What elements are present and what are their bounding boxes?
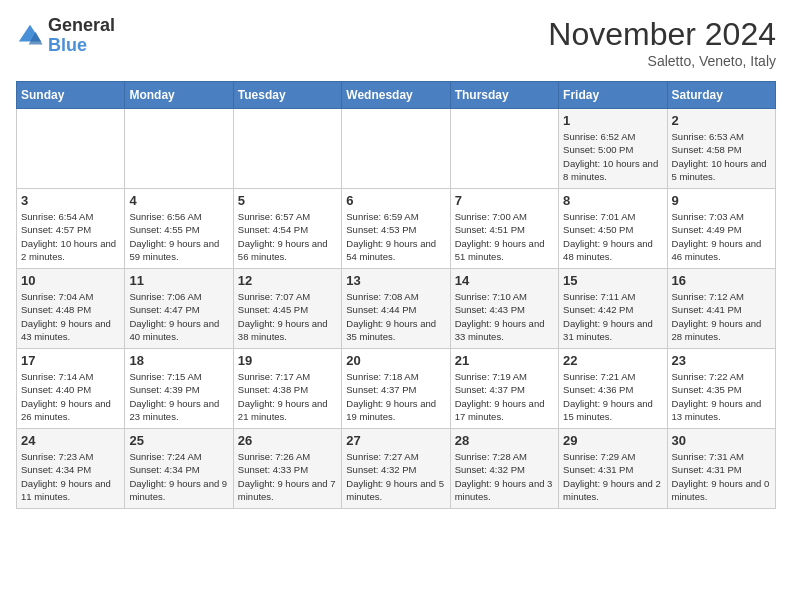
day-info: Sunrise: 7:26 AM Sunset: 4:33 PM Dayligh… xyxy=(238,450,337,503)
calendar-table: SundayMondayTuesdayWednesdayThursdayFrid… xyxy=(16,81,776,509)
day-number: 17 xyxy=(21,353,120,368)
day-cell: 24Sunrise: 7:23 AM Sunset: 4:34 PM Dayli… xyxy=(17,429,125,509)
day-cell: 9Sunrise: 7:03 AM Sunset: 4:49 PM Daylig… xyxy=(667,189,775,269)
day-cell: 16Sunrise: 7:12 AM Sunset: 4:41 PM Dayli… xyxy=(667,269,775,349)
day-number: 19 xyxy=(238,353,337,368)
day-info: Sunrise: 7:29 AM Sunset: 4:31 PM Dayligh… xyxy=(563,450,662,503)
day-number: 26 xyxy=(238,433,337,448)
day-info: Sunrise: 7:18 AM Sunset: 4:37 PM Dayligh… xyxy=(346,370,445,423)
day-number: 15 xyxy=(563,273,662,288)
day-cell: 29Sunrise: 7:29 AM Sunset: 4:31 PM Dayli… xyxy=(559,429,667,509)
day-number: 6 xyxy=(346,193,445,208)
day-cell xyxy=(342,109,450,189)
day-info: Sunrise: 7:12 AM Sunset: 4:41 PM Dayligh… xyxy=(672,290,771,343)
day-info: Sunrise: 7:28 AM Sunset: 4:32 PM Dayligh… xyxy=(455,450,554,503)
logo-blue: Blue xyxy=(48,36,115,56)
day-number: 7 xyxy=(455,193,554,208)
day-cell: 10Sunrise: 7:04 AM Sunset: 4:48 PM Dayli… xyxy=(17,269,125,349)
day-info: Sunrise: 7:19 AM Sunset: 4:37 PM Dayligh… xyxy=(455,370,554,423)
day-cell: 27Sunrise: 7:27 AM Sunset: 4:32 PM Dayli… xyxy=(342,429,450,509)
day-number: 4 xyxy=(129,193,228,208)
day-cell: 17Sunrise: 7:14 AM Sunset: 4:40 PM Dayli… xyxy=(17,349,125,429)
day-number: 30 xyxy=(672,433,771,448)
day-info: Sunrise: 7:17 AM Sunset: 4:38 PM Dayligh… xyxy=(238,370,337,423)
logo-general: General xyxy=(48,16,115,36)
day-cell: 26Sunrise: 7:26 AM Sunset: 4:33 PM Dayli… xyxy=(233,429,341,509)
week-row-2: 3Sunrise: 6:54 AM Sunset: 4:57 PM Daylig… xyxy=(17,189,776,269)
day-cell xyxy=(125,109,233,189)
day-info: Sunrise: 7:04 AM Sunset: 4:48 PM Dayligh… xyxy=(21,290,120,343)
header-row: SundayMondayTuesdayWednesdayThursdayFrid… xyxy=(17,82,776,109)
day-number: 2 xyxy=(672,113,771,128)
month-title: November 2024 xyxy=(548,16,776,53)
day-cell: 13Sunrise: 7:08 AM Sunset: 4:44 PM Dayli… xyxy=(342,269,450,349)
day-number: 11 xyxy=(129,273,228,288)
day-header-tuesday: Tuesday xyxy=(233,82,341,109)
logo: General Blue xyxy=(16,16,115,56)
day-cell: 18Sunrise: 7:15 AM Sunset: 4:39 PM Dayli… xyxy=(125,349,233,429)
day-info: Sunrise: 7:24 AM Sunset: 4:34 PM Dayligh… xyxy=(129,450,228,503)
week-row-1: 1Sunrise: 6:52 AM Sunset: 5:00 PM Daylig… xyxy=(17,109,776,189)
day-number: 13 xyxy=(346,273,445,288)
day-number: 8 xyxy=(563,193,662,208)
week-row-3: 10Sunrise: 7:04 AM Sunset: 4:48 PM Dayli… xyxy=(17,269,776,349)
day-info: Sunrise: 7:31 AM Sunset: 4:31 PM Dayligh… xyxy=(672,450,771,503)
location-subtitle: Saletto, Veneto, Italy xyxy=(548,53,776,69)
day-info: Sunrise: 6:56 AM Sunset: 4:55 PM Dayligh… xyxy=(129,210,228,263)
day-header-friday: Friday xyxy=(559,82,667,109)
day-cell xyxy=(233,109,341,189)
day-number: 21 xyxy=(455,353,554,368)
day-number: 20 xyxy=(346,353,445,368)
day-info: Sunrise: 7:00 AM Sunset: 4:51 PM Dayligh… xyxy=(455,210,554,263)
day-header-saturday: Saturday xyxy=(667,82,775,109)
day-cell: 8Sunrise: 7:01 AM Sunset: 4:50 PM Daylig… xyxy=(559,189,667,269)
day-cell: 6Sunrise: 6:59 AM Sunset: 4:53 PM Daylig… xyxy=(342,189,450,269)
day-number: 3 xyxy=(21,193,120,208)
day-info: Sunrise: 6:52 AM Sunset: 5:00 PM Dayligh… xyxy=(563,130,662,183)
day-cell: 2Sunrise: 6:53 AM Sunset: 4:58 PM Daylig… xyxy=(667,109,775,189)
day-cell: 25Sunrise: 7:24 AM Sunset: 4:34 PM Dayli… xyxy=(125,429,233,509)
day-number: 23 xyxy=(672,353,771,368)
day-info: Sunrise: 6:54 AM Sunset: 4:57 PM Dayligh… xyxy=(21,210,120,263)
day-header-thursday: Thursday xyxy=(450,82,558,109)
day-cell: 7Sunrise: 7:00 AM Sunset: 4:51 PM Daylig… xyxy=(450,189,558,269)
day-cell: 12Sunrise: 7:07 AM Sunset: 4:45 PM Dayli… xyxy=(233,269,341,349)
day-info: Sunrise: 7:01 AM Sunset: 4:50 PM Dayligh… xyxy=(563,210,662,263)
day-cell xyxy=(17,109,125,189)
day-header-monday: Monday xyxy=(125,82,233,109)
day-cell xyxy=(450,109,558,189)
day-number: 24 xyxy=(21,433,120,448)
day-cell: 28Sunrise: 7:28 AM Sunset: 4:32 PM Dayli… xyxy=(450,429,558,509)
day-number: 27 xyxy=(346,433,445,448)
day-cell: 23Sunrise: 7:22 AM Sunset: 4:35 PM Dayli… xyxy=(667,349,775,429)
day-info: Sunrise: 7:21 AM Sunset: 4:36 PM Dayligh… xyxy=(563,370,662,423)
day-number: 18 xyxy=(129,353,228,368)
page-header: General Blue November 2024 Saletto, Vene… xyxy=(16,16,776,69)
day-number: 25 xyxy=(129,433,228,448)
day-number: 29 xyxy=(563,433,662,448)
day-info: Sunrise: 7:14 AM Sunset: 4:40 PM Dayligh… xyxy=(21,370,120,423)
day-cell: 21Sunrise: 7:19 AM Sunset: 4:37 PM Dayli… xyxy=(450,349,558,429)
day-number: 1 xyxy=(563,113,662,128)
day-cell: 15Sunrise: 7:11 AM Sunset: 4:42 PM Dayli… xyxy=(559,269,667,349)
day-info: Sunrise: 7:22 AM Sunset: 4:35 PM Dayligh… xyxy=(672,370,771,423)
day-cell: 3Sunrise: 6:54 AM Sunset: 4:57 PM Daylig… xyxy=(17,189,125,269)
day-cell: 5Sunrise: 6:57 AM Sunset: 4:54 PM Daylig… xyxy=(233,189,341,269)
day-cell: 30Sunrise: 7:31 AM Sunset: 4:31 PM Dayli… xyxy=(667,429,775,509)
day-number: 12 xyxy=(238,273,337,288)
logo-icon xyxy=(16,22,44,50)
title-block: November 2024 Saletto, Veneto, Italy xyxy=(548,16,776,69)
day-info: Sunrise: 6:53 AM Sunset: 4:58 PM Dayligh… xyxy=(672,130,771,183)
day-header-wednesday: Wednesday xyxy=(342,82,450,109)
day-cell: 4Sunrise: 6:56 AM Sunset: 4:55 PM Daylig… xyxy=(125,189,233,269)
day-info: Sunrise: 6:59 AM Sunset: 4:53 PM Dayligh… xyxy=(346,210,445,263)
day-info: Sunrise: 7:08 AM Sunset: 4:44 PM Dayligh… xyxy=(346,290,445,343)
day-info: Sunrise: 7:03 AM Sunset: 4:49 PM Dayligh… xyxy=(672,210,771,263)
week-row-4: 17Sunrise: 7:14 AM Sunset: 4:40 PM Dayli… xyxy=(17,349,776,429)
day-info: Sunrise: 7:06 AM Sunset: 4:47 PM Dayligh… xyxy=(129,290,228,343)
day-number: 5 xyxy=(238,193,337,208)
day-cell: 14Sunrise: 7:10 AM Sunset: 4:43 PM Dayli… xyxy=(450,269,558,349)
day-cell: 22Sunrise: 7:21 AM Sunset: 4:36 PM Dayli… xyxy=(559,349,667,429)
day-cell: 19Sunrise: 7:17 AM Sunset: 4:38 PM Dayli… xyxy=(233,349,341,429)
day-info: Sunrise: 7:27 AM Sunset: 4:32 PM Dayligh… xyxy=(346,450,445,503)
